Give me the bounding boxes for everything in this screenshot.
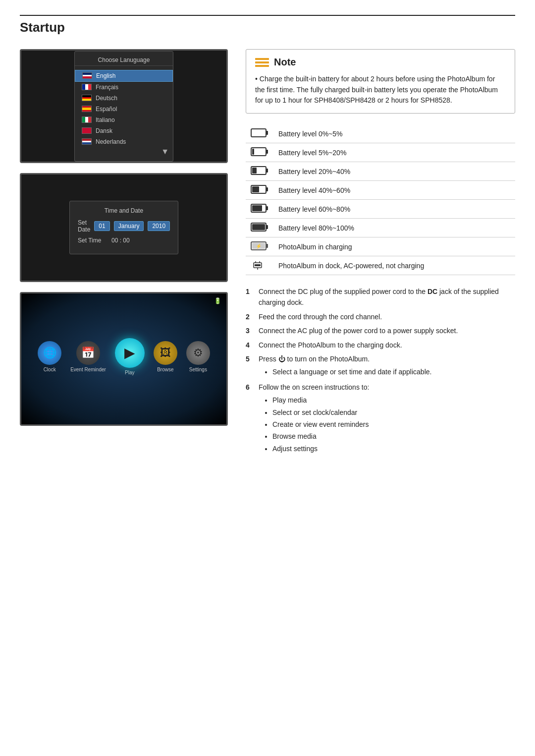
battery-row-80-100: Battery level 80%~100%: [246, 219, 515, 237]
battery-icon-80-100: [246, 219, 273, 237]
date-month-value[interactable]: January: [114, 221, 144, 231]
language-screen: Choose Lanuguage English Français Deutsc…: [20, 49, 228, 163]
note-header: Note: [255, 57, 506, 68]
instr-num-2: 2: [246, 311, 254, 322]
battery-svg-5-20: [251, 146, 268, 157]
battery-icon-20-40: [246, 162, 273, 181]
battery-icon-0-5: [246, 124, 273, 143]
instr-text-1: Connect the DC plug of the supplied powe…: [259, 286, 515, 308]
lang-label-nederlands: Nederlands: [96, 138, 126, 145]
note-box: Note • Charge the built-in battery for a…: [246, 49, 515, 114]
instruction-5: 5 Press ⏻ to turn on the PhotoAlbum. Sel…: [246, 353, 515, 379]
lang-item-nederlands[interactable]: Nederlands: [75, 136, 173, 147]
flag-nl: [82, 138, 92, 145]
battery-level-text-dock: PhotoAlbum in dock, AC-powered, not char…: [273, 256, 515, 275]
menu-item-play[interactable]: ▶ Play: [115, 338, 145, 375]
battery-row-dock: PhotoAlbum in dock, AC-powered, not char…: [246, 256, 515, 275]
instr-text-2: Feed the cord through the cord channel.: [259, 311, 515, 322]
lang-item-dansk[interactable]: Dansk: [75, 125, 173, 136]
menu-icons-row: 🌐 Clock 📅 Event Reminder ▶ Play 🖼 Browse: [38, 338, 210, 375]
battery-row-40-60: Battery level 40%~60%: [246, 181, 515, 200]
instr-6-sublist: Play media Select or set clock/calendar …: [259, 395, 515, 454]
set-date-row: Set Date 01 January 2010: [78, 219, 170, 233]
browse-label: Browse: [157, 367, 173, 372]
page-title: Startup: [20, 15, 515, 35]
menu-item-clock[interactable]: 🌐 Clock: [38, 341, 61, 372]
clock-label: Clock: [44, 367, 56, 372]
lang-label-francais: Français: [96, 84, 118, 91]
instruction-4: 4 Connect the PhotoAlbum to the charging…: [246, 340, 515, 350]
instr-num-3: 3: [246, 325, 254, 336]
svg-rect-6: [266, 169, 268, 173]
lang-item-francais[interactable]: Français: [75, 82, 173, 93]
battery-level-text-charging: PhotoAlbum in charging: [273, 237, 515, 256]
battery-svg-charging: ⚡: [251, 240, 268, 251]
battery-corner-icon: 🔋: [214, 297, 221, 304]
instructions-list: 1 Connect the DC plug of the supplied po…: [246, 286, 515, 458]
play-icon-circle: ▶: [115, 338, 145, 368]
reminder-label: Event Reminder: [70, 367, 106, 372]
instruction-2: 2 Feed the cord through the cord channel…: [246, 311, 515, 322]
note-body: Charge the built-in battery for about 2 …: [255, 75, 498, 104]
flag-en: [82, 72, 92, 79]
lang-item-espanol[interactable]: Español: [75, 104, 173, 115]
time-date-screen: Time and Date Set Date 01 January 2010 S…: [20, 173, 228, 282]
note-lines-icon: [255, 58, 269, 67]
battery-icon-5-20: [246, 143, 273, 162]
battery-row-20-40: Battery level 20%~40%: [246, 162, 515, 181]
svg-rect-24: [255, 264, 261, 266]
language-dialog: Choose Lanuguage English Français Deutsc…: [74, 51, 173, 162]
instruction-1: 1 Connect the DC plug of the supplied po…: [246, 286, 515, 308]
battery-svg-60-80: [251, 203, 268, 214]
flag-it: [82, 116, 92, 123]
instr-text-4: Connect the PhotoAlbum to the charging d…: [259, 340, 515, 350]
scroll-indicator: ▼: [75, 147, 173, 156]
date-year-value[interactable]: 2010: [148, 221, 170, 231]
menu-item-settings[interactable]: ⚙ Settings: [186, 341, 210, 372]
instr-6-sub-clock: Select or set clock/calendar: [272, 407, 515, 418]
battery-table: Battery level 0%~5% Battery level 5%~20%: [246, 124, 515, 275]
svg-rect-3: [266, 150, 268, 154]
note-text: • Charge the built-in battery for about …: [255, 74, 506, 106]
lang-item-italiano[interactable]: Italiano: [75, 115, 173, 125]
time-dialog-title: Time and Date: [78, 207, 170, 214]
time-value: 00 : 00: [111, 237, 130, 244]
lang-item-english[interactable]: English: [75, 70, 173, 82]
battery-svg-0-5: [251, 127, 268, 138]
battery-icon-40-60: [246, 181, 273, 200]
right-column: Note • Charge the built-in battery for a…: [246, 49, 515, 458]
instr-6-sub-browse: Browse media: [272, 431, 515, 442]
lang-item-deutsch[interactable]: Deutsch: [75, 93, 173, 104]
instr-text-5: Press ⏻ to turn on the PhotoAlbum. Selec…: [259, 353, 515, 379]
flag-dk: [82, 127, 92, 134]
clock-icon-circle: 🌐: [38, 341, 61, 365]
time-date-dialog: Time and Date Set Date 01 January 2010 S…: [69, 201, 178, 254]
svg-rect-18: [266, 244, 268, 248]
date-day-value[interactable]: 01: [94, 221, 109, 231]
instr-num-5: 5: [246, 353, 254, 364]
battery-row-charging: ⚡ PhotoAlbum in charging: [246, 237, 515, 256]
main-layout: Choose Lanuguage English Français Deutsc…: [20, 49, 515, 458]
svg-text:⚡: ⚡: [256, 243, 262, 249]
svg-rect-13: [252, 205, 262, 211]
instr-text-3: Connect the AC plug of the power cord to…: [259, 325, 515, 336]
lang-label-espanol: Español: [96, 106, 117, 113]
menu-item-browse[interactable]: 🖼 Browse: [154, 341, 177, 372]
menu-background: 🔋 🌐 Clock 📅 Event Reminder ▶ Play: [21, 293, 226, 424]
note-title: Note: [274, 57, 296, 68]
instr-num-1: 1: [246, 286, 254, 297]
instr-num-4: 4: [246, 340, 254, 350]
left-column: Choose Lanuguage English Français Deutsc…: [20, 49, 228, 458]
play-label: Play: [125, 370, 134, 375]
battery-row-5-20: Battery level 5%~20%: [246, 143, 515, 162]
lang-label-dansk: Dansk: [96, 127, 112, 134]
battery-level-text-0-5: Battery level 0%~5%: [273, 124, 515, 143]
battery-icon-dock: [246, 256, 273, 275]
svg-rect-12: [266, 206, 268, 210]
menu-item-event-reminder[interactable]: 📅 Event Reminder: [70, 341, 106, 372]
instruction-3: 3 Connect the AC plug of the power cord …: [246, 325, 515, 336]
battery-svg-20-40: [251, 165, 268, 176]
instr-5-sublist: Select a language or set time and date i…: [259, 366, 515, 377]
svg-rect-0: [251, 129, 266, 137]
instr-6-sub-settings: Adjust settings: [272, 443, 515, 454]
